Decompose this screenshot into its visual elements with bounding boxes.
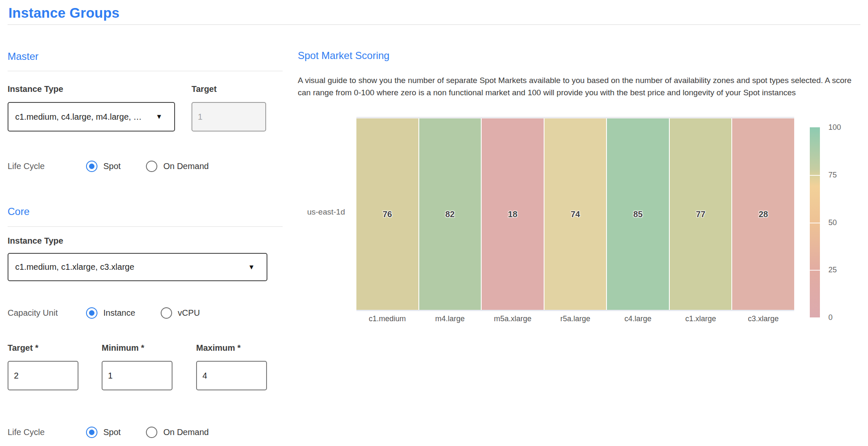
master-target-input: [191, 102, 266, 132]
radio-selected-icon[interactable]: [86, 161, 97, 172]
core-target-input[interactable]: [8, 361, 78, 390]
radio-option-on-demand[interactable]: On Demand: [146, 161, 209, 172]
colorbar-divider: [810, 175, 820, 176]
chevron-down-icon: ▼: [156, 113, 174, 121]
radio-option-vcpu[interactable]: vCPU: [161, 307, 200, 319]
x-axis-label-c1.medium: c1.medium: [356, 314, 418, 323]
instance-groups-page: Instance Groups Master Instance Type c1.…: [0, 0, 868, 446]
master-life-cycle-row: Life Cycle SpotOn Demand: [8, 155, 234, 177]
x-axis-label-m5a.xlarge: m5a.xlarge: [482, 314, 544, 323]
core-maximum-label: Maximum *: [196, 343, 241, 353]
x-axis-label-c4.large: c4.large: [607, 314, 669, 323]
radio-option-spot[interactable]: Spot: [86, 427, 121, 438]
heatmap-cell-c1.medium[interactable]: 76: [356, 118, 418, 310]
x-axis-label-c1.xlarge: c1.xlarge: [670, 314, 732, 323]
radio-unselected-icon[interactable]: [146, 161, 157, 172]
radio-dot: [89, 430, 94, 435]
master-heading: Master: [8, 51, 38, 62]
core-divider: [8, 226, 283, 227]
heatmap-cell-m4.large[interactable]: 82: [419, 118, 481, 310]
colorbar-tick-label: 25: [828, 266, 837, 274]
spot-score-heatmap: 76821874857728: [356, 117, 794, 311]
heatmap-value: 28: [759, 210, 768, 219]
master-instance-type-select[interactable]: c1.medium, c4.large, m4.large, … ▼: [8, 102, 175, 132]
master-divider: [8, 71, 283, 71]
core-instance-type-select[interactable]: c1.medium, c1.xlarge, c3.xlarge ▼: [8, 253, 267, 281]
x-axis-label-c3.xlarge: c3.xlarge: [732, 314, 794, 323]
radio-label: Spot: [103, 161, 121, 171]
heatmap-cell-c3.xlarge[interactable]: 28: [732, 118, 794, 310]
core-heading: Core: [8, 206, 30, 218]
master-instance-type-value: c1.medium, c4.large, m4.large, …: [8, 112, 156, 122]
radio-dot: [164, 310, 169, 316]
core-capacity-unit-row: Capacity Unit InstancevCPU: [8, 301, 225, 324]
core-target-label: Target *: [8, 343, 38, 353]
master-target-label: Target: [191, 84, 217, 94]
heatmap-cell-r5a.large[interactable]: 74: [545, 118, 607, 310]
y-axis-label: us-east-1d: [291, 207, 345, 217]
spot-market-description: A visual guide to show you the number of…: [298, 74, 860, 99]
radio-option-on-demand[interactable]: On Demand: [146, 427, 209, 438]
colorbar-tick-label: 100: [828, 123, 841, 132]
colorbar-tick-label: 0: [828, 313, 833, 322]
x-axis-label-r5a.large: r5a.large: [545, 314, 607, 323]
x-axis-labels: c1.mediumm4.largem5a.xlarger5a.largec4.l…: [356, 314, 794, 323]
radio-label: vCPU: [178, 308, 200, 318]
heatmap-value: 77: [696, 210, 705, 219]
radio-dot: [89, 310, 94, 316]
colorbar-tick-label: 75: [828, 170, 837, 179]
radio-label: On Demand: [163, 427, 209, 437]
colorbar-tick-label: 50: [828, 218, 837, 227]
heatmap-cell-m5a.xlarge[interactable]: 18: [482, 118, 544, 310]
x-axis-label-m4.large: m4.large: [419, 314, 481, 323]
master-life-cycle-label: Life Cycle: [8, 161, 86, 171]
radio-dot: [149, 164, 154, 169]
heatmap-cell-c1.xlarge[interactable]: 77: [670, 118, 732, 310]
radio-dot: [89, 164, 94, 169]
radio-label: On Demand: [163, 161, 209, 171]
heatmap-value: 18: [508, 210, 517, 219]
heatmap-cell-c4.large[interactable]: 85: [607, 118, 669, 310]
colorbar-divider: [810, 223, 820, 223]
core-life-cycle-label: Life Cycle: [8, 427, 86, 437]
heatmap-value: 74: [571, 210, 580, 219]
radio-option-instance[interactable]: Instance: [86, 307, 135, 319]
radio-selected-icon[interactable]: [86, 307, 97, 319]
radio-label: Spot: [103, 427, 121, 437]
radio-label: Instance: [103, 308, 135, 318]
colorbar: [810, 127, 820, 317]
radio-selected-icon[interactable]: [86, 427, 97, 438]
form-column: Master Instance Type c1.medium, c4.large…: [8, 0, 286, 446]
heatmap-value: 82: [445, 210, 455, 219]
core-capacity-unit-label: Capacity Unit: [8, 308, 86, 318]
core-minimum-input[interactable]: [102, 361, 173, 390]
spot-market-heading: Spot Market Scoring: [298, 50, 389, 62]
radio-dot: [149, 430, 154, 435]
radio-unselected-icon[interactable]: [161, 307, 172, 319]
core-minimum-label: Minimum *: [102, 343, 144, 353]
core-maximum-input[interactable]: [196, 361, 267, 390]
core-instance-type-label: Instance Type: [8, 236, 63, 246]
master-life-cycle-group: SpotOn Demand: [86, 161, 234, 172]
core-life-cycle-row: Life Cycle SpotOn Demand: [8, 421, 234, 443]
colorbar-divider: [810, 270, 820, 271]
core-life-cycle-group: SpotOn Demand: [86, 427, 234, 438]
colorbar-tick-labels: 1007550250: [828, 127, 854, 317]
radio-option-spot[interactable]: Spot: [86, 161, 121, 172]
chevron-down-icon: ▼: [248, 263, 267, 271]
radio-unselected-icon[interactable]: [146, 427, 157, 438]
core-capacity-unit-group: InstancevCPU: [86, 307, 225, 319]
heatmap-value: 76: [383, 210, 392, 219]
heatmap-value: 85: [633, 210, 642, 219]
core-instance-type-value: c1.medium, c1.xlarge, c3.xlarge: [8, 262, 248, 272]
master-instance-type-label: Instance Type: [8, 84, 63, 94]
